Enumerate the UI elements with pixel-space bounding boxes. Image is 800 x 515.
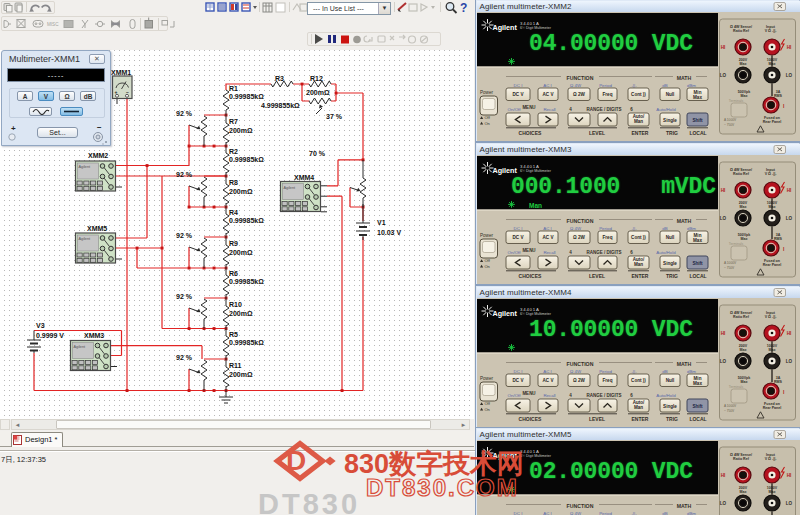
svg-text:0.99985kΩ: 0.99985kΩ bbox=[229, 156, 264, 163]
svg-text:R9: R9 bbox=[229, 240, 238, 247]
svg-text:MISC: MISC bbox=[47, 22, 59, 27]
svg-text:R3: R3 bbox=[275, 75, 284, 82]
svg-text:0.9999 V: 0.9999 V bbox=[36, 332, 64, 339]
svg-text:−: − bbox=[126, 89, 129, 95]
svg-text:V3: V3 bbox=[36, 322, 45, 329]
svg-text:R5: R5 bbox=[229, 331, 238, 338]
svg-text:200mΩ: 200mΩ bbox=[229, 127, 253, 134]
svg-text:R7: R7 bbox=[229, 118, 238, 125]
svg-text:R10: R10 bbox=[229, 301, 242, 308]
svg-text:0.99985kΩ: 0.99985kΩ bbox=[229, 339, 264, 346]
svg-text:92 %: 92 % bbox=[176, 171, 193, 178]
svg-text:R6: R6 bbox=[229, 270, 238, 277]
svg-text:70 %: 70 % bbox=[309, 150, 326, 157]
svg-text:0.99985kΩ: 0.99985kΩ bbox=[229, 278, 264, 285]
svg-text:4.999855kΩ: 4.999855kΩ bbox=[261, 102, 300, 109]
svg-text:R2: R2 bbox=[229, 148, 238, 155]
svg-text:200mΩ: 200mΩ bbox=[306, 89, 330, 96]
svg-text:0.99985kΩ: 0.99985kΩ bbox=[229, 217, 264, 224]
svg-text:200mΩ: 200mΩ bbox=[229, 249, 253, 256]
svg-text:37 %: 37 % bbox=[326, 113, 343, 120]
svg-text:XMM2: XMM2 bbox=[88, 152, 108, 159]
svg-text:R4: R4 bbox=[229, 209, 238, 216]
svg-text:92 %: 92 % bbox=[176, 232, 193, 239]
svg-text:XMM5: XMM5 bbox=[87, 225, 107, 232]
svg-text:92 %: 92 % bbox=[176, 354, 193, 361]
svg-text:92 %: 92 % bbox=[176, 110, 193, 117]
svg-text:92 %: 92 % bbox=[176, 293, 193, 300]
svg-text:200mΩ: 200mΩ bbox=[229, 310, 253, 317]
svg-text:0.99985kΩ: 0.99985kΩ bbox=[229, 93, 264, 100]
svg-text:XMM1: XMM1 bbox=[111, 69, 131, 76]
svg-text:200mΩ: 200mΩ bbox=[229, 188, 253, 195]
svg-text:R8: R8 bbox=[229, 179, 238, 186]
svg-text:10.03 V: 10.03 V bbox=[377, 229, 401, 236]
svg-text:V1: V1 bbox=[377, 219, 386, 226]
svg-text:R1: R1 bbox=[229, 85, 238, 92]
svg-text:XMM3: XMM3 bbox=[84, 332, 104, 339]
svg-text:+: + bbox=[115, 89, 118, 95]
svg-text:R12: R12 bbox=[310, 75, 323, 82]
svg-text:XMM4: XMM4 bbox=[294, 174, 314, 181]
svg-text:200mΩ: 200mΩ bbox=[229, 371, 253, 378]
svg-text:R11: R11 bbox=[229, 362, 242, 369]
